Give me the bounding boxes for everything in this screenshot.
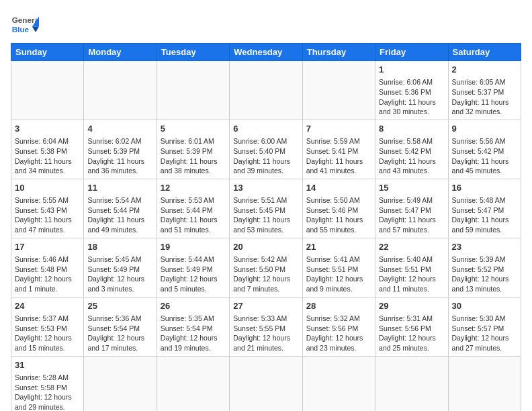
calendar-cell: 30Sunrise: 5:30 AM Sunset: 5:57 PM Dayli… [448, 297, 521, 356]
date-number: 8 [379, 123, 444, 135]
calendar-cell [157, 356, 229, 411]
calendar-cell: 10Sunrise: 5:55 AM Sunset: 5:43 PM Dayli… [11, 179, 84, 238]
cell-sun-info: Sunrise: 5:48 AM Sunset: 5:47 PM Dayligh… [452, 195, 517, 235]
week-row-4: 24Sunrise: 5:37 AM Sunset: 5:53 PM Dayli… [11, 297, 521, 356]
calendar-cell: 28Sunrise: 5:32 AM Sunset: 5:56 PM Dayli… [302, 297, 375, 356]
logo-icon: General Blue [11, 11, 39, 39]
calendar-cell [84, 61, 157, 120]
day-header-sunday: Sunday [11, 44, 84, 61]
logo-area: General Blue [11, 11, 39, 39]
date-number: 10 [15, 182, 80, 194]
calendar-cell: 17Sunrise: 5:46 AM Sunset: 5:48 PM Dayli… [11, 238, 84, 297]
day-header-friday: Friday [375, 44, 448, 61]
day-header-monday: Monday [84, 44, 157, 61]
page-container: General Blue SundayMondayTuesdayWednesda… [11, 11, 521, 411]
calendar-cell: 9Sunrise: 5:56 AM Sunset: 5:42 PM Daylig… [448, 120, 521, 179]
calendar-cell: 6Sunrise: 6:00 AM Sunset: 5:40 PM Daylig… [230, 120, 302, 179]
cell-sun-info: Sunrise: 5:58 AM Sunset: 5:42 PM Dayligh… [379, 136, 444, 176]
date-number: 25 [87, 300, 152, 312]
cell-sun-info: Sunrise: 5:40 AM Sunset: 5:51 PM Dayligh… [379, 255, 444, 294]
calendar-cell: 24Sunrise: 5:37 AM Sunset: 5:53 PM Dayli… [11, 297, 84, 356]
cell-sun-info: Sunrise: 5:42 AM Sunset: 5:50 PM Dayligh… [233, 255, 298, 294]
calendar-cell: 3Sunrise: 6:04 AM Sunset: 5:38 PM Daylig… [11, 120, 84, 179]
calendar-cell [230, 356, 302, 411]
date-number: 11 [87, 182, 152, 194]
cell-sun-info: Sunrise: 6:00 AM Sunset: 5:40 PM Dayligh… [233, 136, 298, 176]
cell-sun-info: Sunrise: 5:32 AM Sunset: 5:56 PM Dayligh… [306, 314, 371, 353]
day-header-wednesday: Wednesday [230, 44, 302, 61]
date-number: 5 [161, 123, 226, 135]
date-number: 29 [379, 300, 444, 312]
cell-sun-info: Sunrise: 5:46 AM Sunset: 5:48 PM Dayligh… [15, 255, 80, 294]
date-number: 26 [161, 300, 226, 312]
week-row-3: 17Sunrise: 5:46 AM Sunset: 5:48 PM Dayli… [11, 238, 521, 297]
cell-sun-info: Sunrise: 5:54 AM Sunset: 5:44 PM Dayligh… [87, 195, 152, 235]
svg-text:Blue: Blue [12, 25, 30, 34]
date-number: 3 [15, 123, 80, 135]
calendar-cell [84, 356, 157, 411]
cell-sun-info: Sunrise: 5:45 AM Sunset: 5:49 PM Dayligh… [87, 255, 152, 294]
page-header: General Blue [11, 11, 521, 39]
cell-sun-info: Sunrise: 5:59 AM Sunset: 5:41 PM Dayligh… [306, 136, 371, 176]
calendar-cell: 8Sunrise: 5:58 AM Sunset: 5:42 PM Daylig… [375, 120, 448, 179]
calendar-cell: 19Sunrise: 5:44 AM Sunset: 5:49 PM Dayli… [157, 238, 229, 297]
calendar-cell: 15Sunrise: 5:49 AM Sunset: 5:47 PM Dayli… [375, 179, 448, 238]
calendar-cell [448, 356, 521, 411]
cell-sun-info: Sunrise: 5:50 AM Sunset: 5:46 PM Dayligh… [306, 195, 371, 235]
cell-sun-info: Sunrise: 5:49 AM Sunset: 5:47 PM Dayligh… [379, 195, 444, 235]
date-number: 27 [233, 300, 298, 312]
date-number: 9 [452, 123, 517, 135]
cell-sun-info: Sunrise: 6:05 AM Sunset: 5:37 PM Dayligh… [452, 77, 517, 117]
date-number: 22 [379, 241, 444, 253]
cell-sun-info: Sunrise: 5:44 AM Sunset: 5:49 PM Dayligh… [161, 255, 226, 294]
cell-sun-info: Sunrise: 6:04 AM Sunset: 5:38 PM Dayligh… [15, 136, 80, 176]
date-number: 13 [233, 182, 298, 194]
calendar-cell: 20Sunrise: 5:42 AM Sunset: 5:50 PM Dayli… [230, 238, 302, 297]
date-number: 1 [379, 64, 444, 76]
cell-sun-info: Sunrise: 5:31 AM Sunset: 5:56 PM Dayligh… [379, 314, 444, 353]
date-number: 21 [306, 241, 371, 253]
calendar-table: SundayMondayTuesdayWednesdayThursdayFrid… [11, 43, 521, 411]
week-row-2: 10Sunrise: 5:55 AM Sunset: 5:43 PM Dayli… [11, 179, 521, 238]
calendar-cell [230, 61, 302, 120]
date-number: 7 [306, 123, 371, 135]
week-row-1: 3Sunrise: 6:04 AM Sunset: 5:38 PM Daylig… [11, 120, 521, 179]
day-header-thursday: Thursday [302, 44, 375, 61]
svg-marker-3 [32, 27, 39, 32]
cell-sun-info: Sunrise: 5:51 AM Sunset: 5:45 PM Dayligh… [233, 195, 298, 235]
date-number: 18 [87, 241, 152, 253]
cell-sun-info: Sunrise: 5:35 AM Sunset: 5:54 PM Dayligh… [161, 314, 226, 353]
calendar-cell: 1Sunrise: 6:06 AM Sunset: 5:36 PM Daylig… [375, 61, 448, 120]
calendar-cell: 7Sunrise: 5:59 AM Sunset: 5:41 PM Daylig… [302, 120, 375, 179]
cell-sun-info: Sunrise: 5:55 AM Sunset: 5:43 PM Dayligh… [15, 195, 80, 235]
date-number: 4 [87, 123, 152, 135]
calendar-cell: 23Sunrise: 5:39 AM Sunset: 5:52 PM Dayli… [448, 238, 521, 297]
calendar-cell: 12Sunrise: 5:53 AM Sunset: 5:44 PM Dayli… [157, 179, 229, 238]
cell-sun-info: Sunrise: 5:56 AM Sunset: 5:42 PM Dayligh… [452, 136, 517, 176]
date-number: 31 [15, 359, 80, 371]
calendar-cell [302, 356, 375, 411]
calendar-cell: 13Sunrise: 5:51 AM Sunset: 5:45 PM Dayli… [230, 179, 302, 238]
calendar-cell: 22Sunrise: 5:40 AM Sunset: 5:51 PM Dayli… [375, 238, 448, 297]
calendar-cell [11, 61, 84, 120]
cell-sun-info: Sunrise: 5:36 AM Sunset: 5:54 PM Dayligh… [87, 314, 152, 353]
calendar-cell: 14Sunrise: 5:50 AM Sunset: 5:46 PM Dayli… [302, 179, 375, 238]
day-header-tuesday: Tuesday [157, 44, 229, 61]
week-row-5: 31Sunrise: 5:28 AM Sunset: 5:58 PM Dayli… [11, 356, 521, 411]
date-number: 2 [452, 64, 517, 76]
cell-sun-info: Sunrise: 5:28 AM Sunset: 5:58 PM Dayligh… [15, 373, 80, 411]
date-number: 20 [233, 241, 298, 253]
calendar-cell: 5Sunrise: 6:01 AM Sunset: 5:39 PM Daylig… [157, 120, 229, 179]
cell-sun-info: Sunrise: 5:41 AM Sunset: 5:51 PM Dayligh… [306, 255, 371, 294]
calendar-cell [157, 61, 229, 120]
calendar-cell: 31Sunrise: 5:28 AM Sunset: 5:58 PM Dayli… [11, 356, 84, 411]
week-row-0: 1Sunrise: 6:06 AM Sunset: 5:36 PM Daylig… [11, 61, 521, 120]
calendar-cell: 21Sunrise: 5:41 AM Sunset: 5:51 PM Dayli… [302, 238, 375, 297]
calendar-cell: 4Sunrise: 6:02 AM Sunset: 5:39 PM Daylig… [84, 120, 157, 179]
calendar-cell: 11Sunrise: 5:54 AM Sunset: 5:44 PM Dayli… [84, 179, 157, 238]
calendar-cell: 26Sunrise: 5:35 AM Sunset: 5:54 PM Dayli… [157, 297, 229, 356]
cell-sun-info: Sunrise: 6:02 AM Sunset: 5:39 PM Dayligh… [87, 136, 152, 176]
cell-sun-info: Sunrise: 5:39 AM Sunset: 5:52 PM Dayligh… [452, 255, 517, 294]
cell-sun-info: Sunrise: 6:06 AM Sunset: 5:36 PM Dayligh… [379, 77, 444, 117]
date-number: 14 [306, 182, 371, 194]
